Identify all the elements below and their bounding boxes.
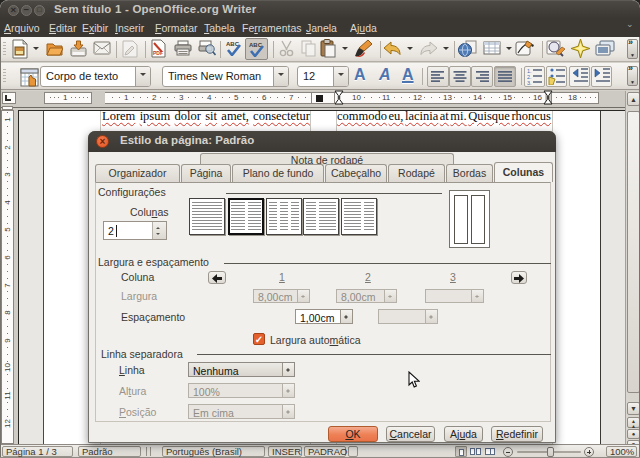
svg-text:PDF: PDF (153, 50, 163, 56)
svg-text:3.: 3. (527, 80, 532, 85)
